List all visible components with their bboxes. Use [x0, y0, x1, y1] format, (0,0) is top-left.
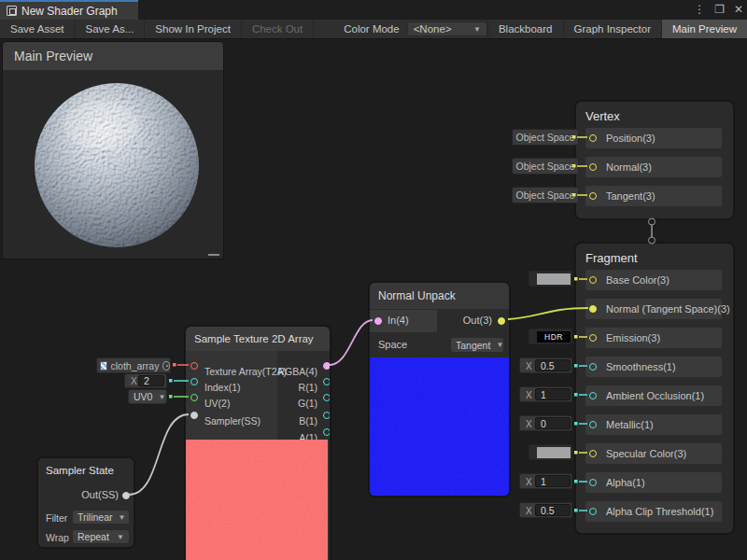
smoothness-value-chip[interactable]: X 0.5: [519, 357, 572, 373]
metallic-value-field[interactable]: 0: [535, 417, 571, 429]
tangent-input-port[interactable]: [589, 192, 597, 200]
graph-canvas[interactable]: Main Preview: [0, 39, 747, 560]
specular-color-swatch-chip[interactable]: [529, 444, 572, 460]
fragment-alpha-clip-row[interactable]: Alpha Clip Threshold(1): [585, 501, 722, 522]
fragment-ambient-occlusion-row[interactable]: Ambient Occlusion(1): [585, 385, 722, 406]
smoothness-input-port[interactable]: [589, 363, 597, 371]
index-value-chip[interactable]: X 2: [124, 373, 167, 388]
alpha-clip-value-chip[interactable]: X 0.5: [519, 502, 572, 518]
ambient-occlusion-value-field[interactable]: 1: [535, 388, 571, 400]
vertex-normal-row[interactable]: Normal(3): [585, 157, 722, 177]
emission-input-port[interactable]: [589, 334, 597, 342]
b-output-port[interactable]: [323, 412, 331, 419]
metallic-input-port[interactable]: [589, 421, 597, 428]
object-space-label: Object Space: [515, 132, 574, 143]
vertex-tangent-row[interactable]: Tangent(3): [585, 186, 722, 206]
normal-tangent-input-port[interactable]: [589, 305, 597, 313]
main-preview-panel-header[interactable]: Main Preview: [3, 42, 223, 70]
dropdown-arrow-icon: ▼: [496, 341, 503, 349]
fragment-specular-color-row[interactable]: Specular Color(3): [585, 443, 722, 464]
main-preview-toggle-button[interactable]: Main Preview: [661, 20, 747, 38]
graph-inspector-toggle-button[interactable]: Graph Inspector: [563, 20, 661, 38]
rgba-output-port[interactable]: [323, 362, 331, 370]
x-axis-label: X: [526, 389, 532, 399]
fragment-node[interactable]: Fragment Base Color(3) Normal (Tangent S…: [575, 243, 734, 534]
uv-input-port[interactable]: [190, 394, 198, 401]
fragment-base-color-row[interactable]: Base Color(3): [585, 270, 722, 290]
texture-array-input-port[interactable]: [190, 362, 198, 370]
sampler-input-port[interactable]: [190, 412, 198, 419]
fragment-normal-row[interactable]: Normal (Tangent Space)(3): [585, 299, 722, 319]
out-ss-label: Out(SS): [81, 489, 119, 500]
object-space-label: Object Space: [515, 161, 574, 172]
space-label: Space: [378, 339, 407, 350]
x-axis-label: X: [131, 376, 137, 386]
wire-samplerstate-to-sampler[interactable]: [129, 414, 189, 495]
vertex-node[interactable]: Vertex Position(3) Normal(3) Tangent(3): [575, 101, 734, 219]
title-bar: New Shader Graph ⋮ ❐ ✕: [0, 0, 747, 20]
preview-sphere[interactable]: [34, 82, 200, 248]
base-color-input-port[interactable]: [589, 276, 597, 284]
fragment-alpha-row[interactable]: Alpha(1): [585, 472, 722, 493]
normal-unpack-node[interactable]: Normal Unpack In(4) Out(3) Space Tangent…: [369, 282, 510, 497]
g-output-port[interactable]: [323, 394, 331, 401]
metallic-value-chip[interactable]: X 0: [519, 415, 572, 431]
wire-rgba-to-in4[interactable]: [330, 320, 373, 365]
specular-color-input-port[interactable]: [589, 450, 597, 457]
toolbar: Save Asset Save As... Show In Project Ch…: [0, 20, 747, 39]
normal-input-port[interactable]: [589, 163, 597, 171]
object-space-chip-tangent[interactable]: Object Space: [512, 187, 579, 203]
ambient-occlusion-input-port[interactable]: [589, 392, 597, 399]
fragment-smoothness-row[interactable]: Smoothness(1): [585, 357, 722, 377]
base-color-swatch-chip[interactable]: [529, 271, 572, 287]
panel-resize-handle[interactable]: [208, 254, 219, 256]
emission-hdr-chip[interactable]: HDR: [529, 329, 572, 344]
blackboard-toggle-button[interactable]: Blackboard: [487, 20, 563, 38]
filter-dropdown[interactable]: Trilinear ▼: [72, 510, 130, 525]
out3-output-port[interactable]: [498, 317, 505, 325]
dropdown-arrow-icon: ▼: [119, 513, 126, 522]
alpha-clip-threshold-input-port[interactable]: [589, 508, 597, 515]
fragment-metallic-row[interactable]: Metallic(1): [585, 414, 722, 435]
position-input-port[interactable]: [589, 134, 597, 142]
sampler-state-node[interactable]: Sampler State Out(SS) Filter Trilinear ▼…: [37, 457, 134, 548]
in4-input-port[interactable]: [374, 317, 382, 325]
space-dropdown[interactable]: Tangent ▼: [450, 337, 504, 353]
alpha-input-port[interactable]: [589, 479, 597, 486]
color-swatch[interactable]: [537, 273, 571, 285]
dropdown-arrow-icon: ▼: [117, 533, 124, 541]
index-input-port[interactable]: [190, 378, 198, 385]
r-output-port[interactable]: [323, 378, 331, 385]
object-space-chip-normal[interactable]: Object Space: [512, 158, 579, 175]
maximize-icon[interactable]: ❐: [714, 0, 725, 20]
fragment-emission-row[interactable]: Emission(3): [585, 328, 722, 348]
alpha-value-field[interactable]: 1: [535, 475, 571, 487]
object-space-chip-position[interactable]: Object Space: [512, 129, 579, 146]
index-value-field[interactable]: 2: [138, 375, 164, 386]
object-picker-icon[interactable]: [162, 361, 170, 371]
ambient-occlusion-value-chip[interactable]: X 1: [519, 386, 572, 402]
index-label: Index(1): [204, 382, 241, 393]
alpha-value-chip[interactable]: X 1: [519, 473, 572, 489]
main-preview-panel-title: Main Preview: [14, 49, 92, 63]
wrap-dropdown[interactable]: Repeat ▼: [72, 529, 130, 544]
smoothness-value-field[interactable]: 0.5: [535, 359, 571, 371]
hdr-color-swatch[interactable]: HDR: [537, 331, 571, 343]
cloth-array-object-field[interactable]: cloth_array: [96, 357, 171, 373]
tab-new-shader-graph[interactable]: New Shader Graph: [0, 0, 138, 20]
a-output-port[interactable]: [323, 428, 331, 436]
save-as-button[interactable]: Save As...: [76, 20, 146, 38]
color-swatch[interactable]: [537, 447, 571, 458]
sample-texture-2d-array-node[interactable]: Sample Texture 2D Array Texture Array(T2…: [185, 326, 331, 560]
vertex-position-row[interactable]: Position(3): [585, 128, 722, 148]
alpha-clip-value-field[interactable]: 0.5: [535, 504, 571, 516]
uv-channel-dropdown[interactable]: UV0 ▼: [128, 389, 167, 404]
color-mode-dropdown[interactable]: <None> ▼: [407, 21, 487, 36]
sampler-state-output-port[interactable]: [122, 492, 130, 499]
show-in-project-button[interactable]: Show In Project: [145, 20, 242, 38]
save-asset-button[interactable]: Save Asset: [0, 20, 76, 38]
vertex-fragment-connector: [649, 218, 655, 244]
normal-map-preview: [370, 357, 509, 497]
kebab-menu-icon[interactable]: ⋮: [694, 0, 705, 20]
close-icon[interactable]: ✕: [734, 0, 743, 20]
